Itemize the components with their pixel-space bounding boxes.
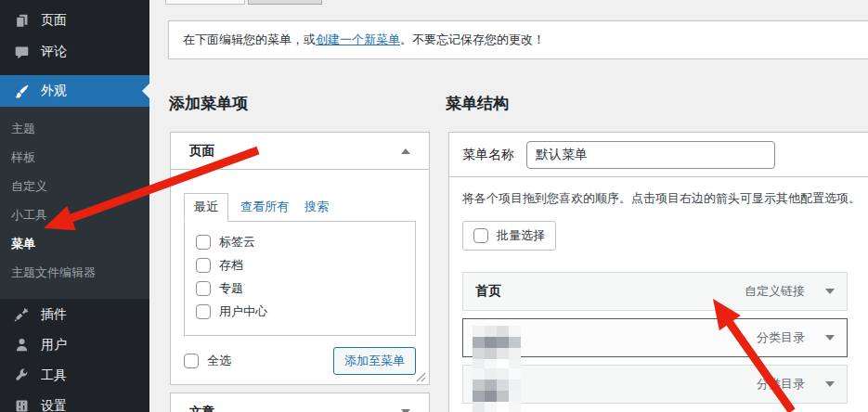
menu-name-label: 菜单名称	[462, 147, 514, 163]
plugins-icon	[12, 305, 31, 324]
notice-text-after: 。不要忘记保存您的更改！	[400, 32, 545, 46]
notice-text-before: 在下面编辑您的菜单，或	[183, 32, 316, 46]
menu-item-label: 首页	[475, 283, 501, 300]
tab-most-recent[interactable]: 最近	[184, 193, 228, 222]
redacted-label-mosaic	[473, 368, 521, 412]
edit-menu-notice: 在下面编辑您的菜单，或创建一个新菜单。不要忘记保存您的更改！	[168, 20, 868, 59]
submenu-item-themes[interactable]: 主题	[0, 115, 149, 144]
menu-structure-body: 将各个项目拖到您喜欢的顺序。点击项目右边的箭头可显示其他配置选项。 批量选择 首…	[449, 177, 868, 412]
tab-search[interactable]: 搜索	[304, 194, 329, 221]
sidebar-item-tools[interactable]: 工具	[0, 360, 149, 391]
checkbox-archive[interactable]	[196, 258, 211, 273]
comments-icon	[12, 43, 31, 61]
select-all-checkbox[interactable]	[184, 354, 199, 368]
bulk-select-toggle[interactable]: 批量选择	[462, 221, 556, 251]
submenu-item-widgets[interactable]: 小工具	[0, 201, 149, 230]
pages-footer: 全选 添加至菜单	[184, 347, 416, 375]
resize-handle-icon[interactable]	[416, 372, 426, 382]
select-all-row: 全选	[184, 353, 231, 369]
posts-accordion-panel: 文章	[170, 393, 430, 412]
page-item-label: 专题	[219, 280, 243, 297]
item-expand-arrow-icon[interactable]	[825, 381, 835, 392]
users-icon	[12, 336, 31, 354]
menu-item-home[interactable]: 首页 自定义链接	[462, 272, 848, 311]
submenu-item-patterns[interactable]: 样板	[0, 144, 149, 173]
page-checkbox-row: 专题	[196, 280, 415, 297]
sidebar-item-label: 插件	[41, 306, 67, 323]
sidebar-item-label: 外观	[41, 83, 67, 99]
tab-stub-manage-locations[interactable]	[248, 0, 322, 5]
page-item-label: 存档	[219, 257, 243, 274]
submenu-item-customize[interactable]: 自定义	[0, 173, 149, 201]
bulk-select-checkbox[interactable]	[473, 228, 488, 243]
select-all-label: 全选	[207, 353, 231, 369]
add-menu-items-title: 添加菜单项	[169, 93, 248, 114]
sidebar-item-label: 工具	[41, 367, 67, 384]
sidebar-item-label: 用户	[41, 337, 67, 354]
submenu-item-theme-editor[interactable]: 主题文件编辑器	[0, 259, 149, 288]
page-item-label: 用户中心	[219, 303, 267, 320]
menu-name-row: 菜单名称	[449, 133, 868, 177]
sidebar-item-plugins[interactable]: 插件	[0, 299, 149, 329]
item-expand-arrow-icon[interactable]	[825, 335, 835, 345]
pages-accordion-panel: 页面 最近 查看所有 搜索 标签云 存档 专题	[170, 132, 430, 385]
page-checkbox-row: 标签云	[196, 234, 415, 251]
create-new-menu-link[interactable]: 创建一个新菜单	[316, 32, 400, 46]
redacted-label-mosaic	[473, 326, 521, 370]
checkbox-topics[interactable]	[196, 281, 211, 296]
collapse-arrow-icon[interactable]	[401, 144, 410, 154]
page-checkbox-row: 存档	[196, 257, 415, 274]
sidebar-separator	[0, 68, 149, 75]
pages-checklist: 标签云 存档 专题 用户中心	[184, 221, 416, 336]
appearance-submenu: 主题 样板 自定义 小工具 菜单 主题文件编辑器	[0, 107, 149, 299]
menu-name-input[interactable]	[526, 141, 775, 169]
sidebar-item-users[interactable]: 用户	[0, 329, 149, 360]
admin-sidebar: 页面 评论 外观 主题 样板 自定义 小工具 菜单 主题文件编辑器	[0, 0, 149, 412]
checkbox-user-center[interactable]	[196, 304, 211, 319]
menu-item-type: 分类目录	[757, 376, 805, 393]
item-expand-arrow-icon[interactable]	[825, 289, 835, 299]
pages-accordion-title: 页面	[189, 143, 214, 160]
settings-icon	[12, 397, 31, 412]
posts-accordion-title: 文章	[189, 404, 214, 412]
menu-item-redacted-2[interactable]: 分类目录	[462, 365, 848, 404]
sidebar-item-appearance[interactable]: 外观	[0, 75, 149, 107]
submenu-item-menus[interactable]: 菜单	[0, 230, 149, 259]
appearance-icon	[12, 82, 31, 100]
pages-tabs: 最近 查看所有 搜索	[184, 193, 416, 221]
sidebar-item-label: 页面	[41, 12, 67, 29]
menu-item-redacted-1[interactable]: 分类目录	[462, 318, 848, 357]
drag-instruction-text: 将各个项目拖到您喜欢的顺序。点击项目右边的箭头可显示其他配置选项。	[462, 190, 862, 207]
wordpress-admin-screen: 页面 评论 外观 主题 样板 自定义 小工具 菜单 主题文件编辑器	[0, 0, 868, 412]
add-to-menu-button[interactable]: 添加至菜单	[333, 347, 416, 375]
pages-icon	[12, 11, 31, 30]
page-checkbox-row: 用户中心	[196, 303, 415, 320]
sidebar-item-pages[interactable]: 页面	[0, 5, 149, 36]
menu-items-list: 首页 自定义链接 分类目录	[462, 272, 862, 404]
bulk-select-label: 批量选择	[497, 227, 545, 244]
tab-stub-edit-menus[interactable]	[165, 0, 245, 5]
pages-accordion-body: 最近 查看所有 搜索 标签云 存档 专题 用户	[171, 170, 429, 375]
sidebar-item-label: 设置	[41, 398, 67, 412]
posts-accordion-header[interactable]: 文章	[171, 393, 429, 412]
menu-item-type: 自定义链接	[745, 283, 805, 300]
menu-structure-title: 菜单结构	[446, 93, 509, 114]
menu-item-type: 分类目录	[757, 329, 805, 346]
tab-view-all[interactable]: 查看所有	[240, 194, 289, 221]
checkbox-tag-cloud[interactable]	[196, 235, 211, 250]
tools-icon	[12, 367, 31, 385]
sidebar-item-comments[interactable]: 评论	[0, 36, 149, 68]
sidebar-item-label: 评论	[41, 44, 67, 60]
page-item-label: 标签云	[219, 234, 255, 251]
pages-accordion-header[interactable]: 页面	[171, 133, 429, 170]
sidebar-item-settings[interactable]: 设置	[0, 391, 149, 412]
menu-structure-panel: 菜单名称 将各个项目拖到您喜欢的顺序。点击项目右边的箭头可显示其他配置选项。 批…	[448, 132, 868, 412]
